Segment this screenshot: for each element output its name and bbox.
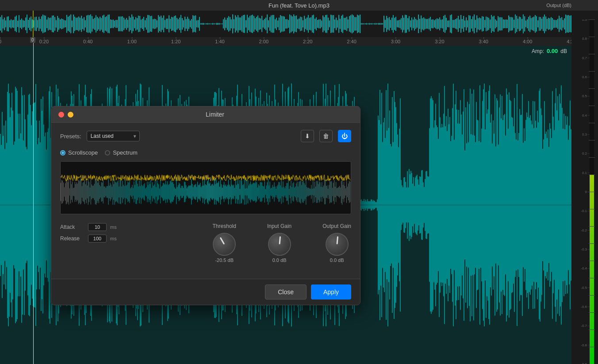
- input-gain-value: 0.0 dB: [272, 258, 287, 263]
- vu-meter: [571, 11, 598, 364]
- controls-row: Attack ms Release ms Threshold -20.5 dB: [60, 223, 351, 263]
- attack-unit: ms: [110, 224, 117, 230]
- power-btn[interactable]: ⏻: [338, 130, 351, 142]
- presets-select[interactable]: Last used Default Gentle Hard Limit Broa…: [87, 131, 140, 141]
- dialog-body: Presets: Last used Default Gentle Hard L…: [51, 123, 360, 279]
- release-input[interactable]: [88, 235, 107, 243]
- spectrum-radio[interactable]: [105, 150, 110, 155]
- attack-input[interactable]: [88, 223, 107, 231]
- dialog-titlebar: Limiter: [51, 106, 360, 123]
- overview-waveform[interactable]: [0, 11, 571, 37]
- limiter-dialog: Limiter Presets: Last used Default Gentl…: [51, 106, 360, 305]
- window-title: Fun (feat. Tove Lo).mp3: [268, 2, 330, 9]
- dialog-title: Limiter: [77, 111, 353, 118]
- amp-value: 0.00: [547, 48, 558, 54]
- apply-button[interactable]: Apply: [311, 284, 351, 300]
- timeline-ruler: [0, 37, 571, 46]
- threshold-value: -20.5 dB: [215, 258, 234, 263]
- threshold-label: Threshold: [213, 223, 236, 229]
- output-gain-knob[interactable]: [326, 233, 349, 256]
- output-gain-group: Output Gain 0.0 dB: [322, 223, 351, 263]
- view-toggle: Scrollscope Spectrum: [60, 149, 351, 156]
- input-gain-label: Input Gain: [267, 223, 291, 229]
- output-db-label: Output (dB): [546, 0, 571, 11]
- title-bar: Fun (feat. Tove Lo).mp3: [0, 0, 598, 11]
- scrollscope-option[interactable]: Scrollscope: [60, 149, 98, 156]
- threshold-knob[interactable]: [213, 233, 236, 256]
- playhead-marker: 0: [30, 37, 35, 43]
- threshold-group: Threshold -20.5 dB: [213, 223, 236, 263]
- release-unit: ms: [110, 236, 117, 241]
- input-gain-knob[interactable]: [268, 233, 291, 256]
- playhead: [33, 37, 34, 364]
- presets-label: Presets:: [60, 133, 81, 140]
- output-gain-value: 0.0 dB: [330, 258, 344, 263]
- release-label: Release: [60, 235, 84, 242]
- attack-row: Attack ms: [60, 223, 117, 231]
- attack-label: Attack: [60, 224, 84, 230]
- scrollscope-radio[interactable]: [60, 150, 65, 155]
- input-gain-group: Input Gain 0.0 dB: [267, 223, 291, 263]
- release-row: Release ms: [60, 235, 117, 243]
- amp-display: Amp: 0.00 dB: [532, 48, 567, 54]
- dialog-waveform-display: [60, 161, 351, 214]
- save-preset-btn[interactable]: ⬇: [301, 130, 314, 142]
- dialog-footer: Close Apply: [51, 279, 360, 305]
- dialog-close-btn[interactable]: [58, 112, 64, 118]
- delete-preset-btn[interactable]: 🗑: [319, 130, 333, 142]
- close-button[interactable]: Close: [265, 284, 307, 300]
- dialog-minimize-btn[interactable]: [68, 112, 73, 118]
- attack-release-group: Attack ms Release ms: [60, 223, 117, 243]
- spectrum-option[interactable]: Spectrum: [105, 149, 138, 156]
- output-gain-label: Output Gain: [322, 223, 351, 229]
- presets-row: Presets: Last used Default Gentle Hard L…: [60, 130, 351, 142]
